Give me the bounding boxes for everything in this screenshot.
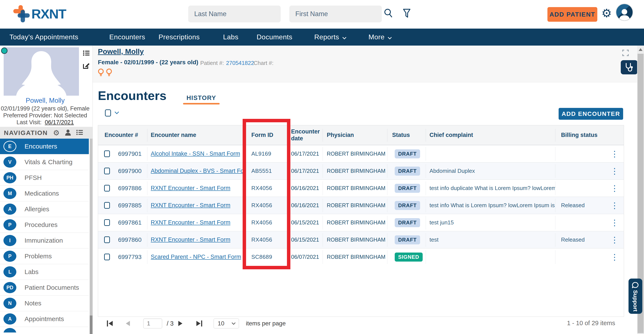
page-title: Encounters bbox=[98, 88, 166, 103]
form-id: RX4056 bbox=[243, 199, 290, 212]
add-encounter-button[interactable]: ADD ENCOUNTER bbox=[558, 108, 623, 120]
fullscreen-icon[interactable] bbox=[622, 50, 629, 56]
row-kebab-menu-icon[interactable]: ⋮ bbox=[610, 167, 618, 175]
col-form-id[interactable]: Form ID bbox=[243, 129, 290, 142]
status-badge: DRAFT bbox=[395, 149, 420, 158]
nav-encounters[interactable]: Encounters bbox=[109, 28, 145, 45]
row-kebab-menu-icon[interactable]: ⋮ bbox=[610, 201, 618, 210]
last-visit-date-link[interactable]: 06/17/2021 bbox=[45, 119, 74, 125]
row-checkbox[interactable] bbox=[104, 168, 110, 174]
sidebar-item-vitals-charting[interactable]: VVitals & Charting bbox=[0, 154, 89, 170]
row-checkbox[interactable] bbox=[104, 236, 110, 243]
encounter-name-link[interactable]: Abdominal Duplex - BVS - Smart Form bbox=[151, 168, 243, 174]
sidebar-item-notes[interactable]: NNotes bbox=[0, 296, 89, 311]
sidebar-item-medications[interactable]: MMedications bbox=[0, 186, 89, 201]
patient-name-link[interactable]: Powell, Molly bbox=[98, 47, 144, 56]
chief-complaint: Abdominal Duplex bbox=[426, 164, 556, 178]
sidebar-item-procedures[interactable]: PProcedures bbox=[0, 217, 89, 233]
nav-gear-icon[interactable]: ⚙ bbox=[53, 128, 60, 137]
sidebar-scrollbar-thumb[interactable] bbox=[90, 316, 92, 334]
sidebar-item-problems[interactable]: PProblems bbox=[0, 249, 89, 264]
sidebar-item-allergies[interactable]: AAllergies bbox=[0, 201, 89, 217]
last-page-button[interactable] bbox=[196, 318, 202, 329]
table-row: 6997901 Alcohol Intake - SSN - Smart For… bbox=[98, 145, 624, 162]
stethoscope-button[interactable] bbox=[621, 60, 638, 74]
physician: ROBERT BIRMINGHAM bbox=[323, 216, 388, 230]
patient-sidebar: Powell, Molly 02/01/1999 (22 years old),… bbox=[0, 45, 93, 334]
nav-more[interactable]: More bbox=[368, 28, 392, 45]
patient-demographics: Female - 02/01/1999 - (22 years old) bbox=[98, 59, 198, 66]
sidebar-item-appointments[interactable]: AAppointments bbox=[0, 311, 89, 327]
sidebar-item-partial[interactable] bbox=[0, 327, 89, 333]
encounter-name-link[interactable]: Alcohol Intake - SSN - Smart Form bbox=[151, 150, 240, 157]
col-status[interactable]: Status bbox=[388, 129, 426, 142]
sidebar-scrollbar[interactable] bbox=[90, 139, 92, 334]
last-name-input[interactable] bbox=[188, 5, 281, 22]
support-tab[interactable]: Support bbox=[628, 279, 642, 314]
page-number-input[interactable] bbox=[143, 319, 162, 329]
col-encounter-date[interactable]: Encounter date bbox=[290, 129, 323, 142]
next-page-button[interactable] bbox=[178, 318, 182, 329]
row-checkbox[interactable] bbox=[104, 254, 110, 260]
user-avatar[interactable] bbox=[616, 3, 633, 21]
patient-number-link[interactable]: 270541822 bbox=[226, 60, 254, 66]
nav-prescriptions[interactable]: Prescriptions bbox=[158, 28, 200, 45]
row-kebab-menu-icon[interactable]: ⋮ bbox=[610, 150, 618, 158]
nav-reports[interactable]: Reports bbox=[314, 28, 346, 45]
chief-complaint bbox=[426, 147, 556, 161]
sidebar-item-patient-documents[interactable]: PDPatient Documents bbox=[0, 280, 89, 296]
nav-todays-appointments[interactable]: Today's Appointments bbox=[10, 28, 78, 45]
filter-icon[interactable] bbox=[403, 8, 411, 19]
lightbulb-icon[interactable] bbox=[106, 68, 112, 77]
scroll-up-arrow[interactable] bbox=[638, 48, 642, 51]
nav-labs[interactable]: Labs bbox=[223, 28, 238, 45]
col-encounter-number[interactable]: Encounter # bbox=[98, 129, 147, 142]
col-physician[interactable]: Physician bbox=[323, 129, 388, 142]
encounter-name-link[interactable]: Scared Parent - NPC - Smart Form bbox=[151, 254, 241, 260]
encounter-date: 06/16/2021 bbox=[290, 199, 323, 212]
page-size-select[interactable]: 10 bbox=[214, 319, 239, 329]
encounter-name-link[interactable]: RXNT Encounter - Smart Form bbox=[151, 202, 230, 209]
nav-documents[interactable]: Documents bbox=[256, 28, 292, 45]
sidebar-item-encounters[interactable]: EEncounters bbox=[0, 139, 89, 154]
rxnt-logo[interactable]: RXNT bbox=[13, 5, 66, 23]
lightbulb-icon[interactable] bbox=[98, 68, 104, 77]
encounter-date: 06/17/2021 bbox=[290, 164, 323, 178]
chief-complaint: test info duplicate What is Lorem Ipsum?… bbox=[426, 181, 556, 195]
bulk-select-checkbox[interactable] bbox=[105, 109, 111, 116]
sidebar-patient-name[interactable]: Powell, Molly bbox=[0, 97, 90, 104]
sidebar-last-visit: Last Visit: 06/17/2021 bbox=[0, 119, 90, 126]
col-encounter-name[interactable]: Encounter name bbox=[147, 129, 243, 142]
prev-page-button[interactable] bbox=[126, 318, 130, 329]
row-kebab-menu-icon[interactable]: ⋮ bbox=[610, 236, 618, 244]
row-checkbox[interactable] bbox=[104, 185, 110, 192]
row-kebab-menu-icon[interactable]: ⋮ bbox=[610, 219, 618, 227]
add-patient-button[interactable]: ADD PATIENT bbox=[548, 7, 597, 22]
first-name-input[interactable] bbox=[289, 5, 382, 22]
row-checkbox[interactable] bbox=[104, 150, 110, 157]
bulk-select-caret-icon[interactable] bbox=[114, 111, 120, 115]
encounter-name-link[interactable]: RXNT Encounter - Smart Form bbox=[151, 236, 230, 243]
sidebar-item-immunization[interactable]: IImmunization bbox=[0, 233, 89, 249]
sidebar-item-labs[interactable]: LLabs bbox=[0, 264, 89, 280]
row-checkbox[interactable] bbox=[104, 202, 110, 209]
nav-person-icon[interactable] bbox=[65, 129, 71, 136]
encounter-name-link[interactable]: RXNT Encounter - Smart Form bbox=[151, 185, 230, 192]
edit-icon[interactable] bbox=[83, 62, 90, 70]
navigation-header: NAVIGATION ⚙ bbox=[0, 127, 93, 139]
col-chief-complaint[interactable]: Chief complaint bbox=[426, 129, 556, 142]
billing-status bbox=[556, 181, 605, 195]
tab-history[interactable]: HISTORY bbox=[186, 94, 216, 101]
list-icon[interactable] bbox=[83, 50, 90, 57]
encounter-name-link[interactable]: RXNT Encounter - Smart Form bbox=[151, 219, 230, 226]
row-checkbox[interactable] bbox=[104, 219, 110, 226]
sidebar-item-pfsh[interactable]: PHPFSH bbox=[0, 170, 89, 186]
nav-list-icon[interactable] bbox=[76, 130, 83, 136]
search-icon[interactable] bbox=[383, 8, 393, 19]
first-page-button[interactable] bbox=[107, 318, 113, 329]
col-billing-status[interactable]: Billing status bbox=[556, 129, 605, 142]
settings-gear-icon[interactable]: ⚙ bbox=[602, 6, 612, 20]
billing-status bbox=[556, 216, 605, 230]
row-kebab-menu-icon[interactable]: ⋮ bbox=[610, 184, 618, 192]
row-kebab-menu-icon[interactable]: ⋮ bbox=[610, 253, 618, 261]
